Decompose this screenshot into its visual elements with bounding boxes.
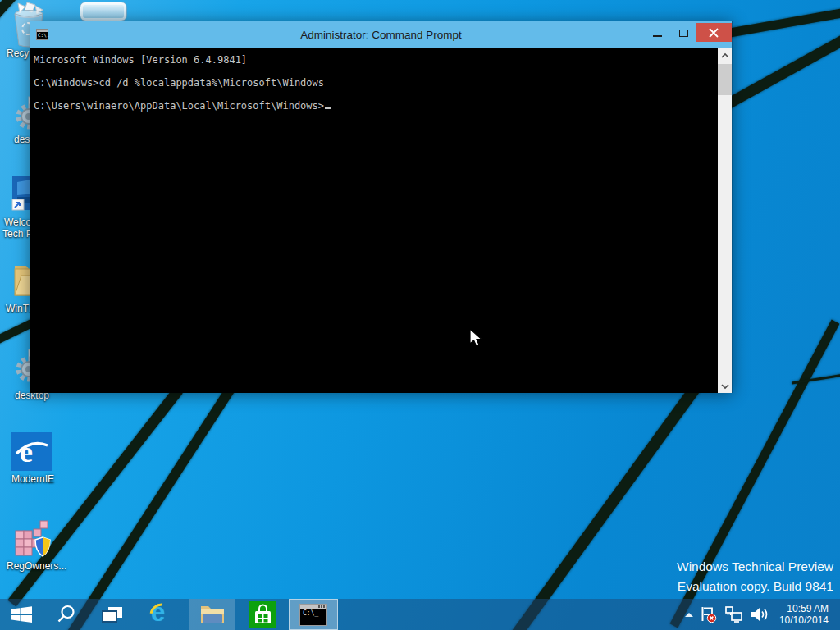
modern-ie-icon[interactable]: e xyxy=(11,432,52,474)
clock-date: 10/10/2014 xyxy=(779,614,829,626)
file-explorer-icon xyxy=(199,604,226,625)
taskbar-clock[interactable]: 10:59 AM 10/10/2014 xyxy=(779,603,829,626)
watermark-line1: Windows Technical Preview xyxy=(677,557,833,577)
console-line xyxy=(34,89,718,100)
taskbar: e C:\_ xyxy=(0,599,840,630)
minimize-button[interactable] xyxy=(645,21,669,44)
command-prompt-icon: C:\_ xyxy=(299,604,327,626)
task-view-icon xyxy=(102,606,123,623)
desktop-ini-label: des xyxy=(14,134,30,145)
internet-explorer-button[interactable]: e xyxy=(141,599,180,630)
scroll-down-arrow[interactable] xyxy=(718,379,732,393)
recycle-bin-label: Recy xyxy=(7,48,29,59)
svg-text:e: e xyxy=(20,436,33,468)
network-icon xyxy=(724,605,743,623)
clock-time: 10:59 AM xyxy=(779,603,829,614)
action-center-button[interactable] xyxy=(700,605,718,623)
window-titlebar[interactable]: C:\. Administrator: Command Prompt xyxy=(30,21,732,48)
start-button[interactable] xyxy=(3,599,39,630)
show-hidden-icons-button[interactable] xyxy=(685,613,693,617)
console-output[interactable]: Microsoft Windows [Version 6.4.9841] C:\… xyxy=(30,48,718,393)
search-icon xyxy=(57,605,76,624)
windows-logo-icon xyxy=(11,605,33,624)
task-view-button[interactable] xyxy=(94,599,131,630)
console-scrollbar[interactable] xyxy=(718,48,732,393)
file-explorer-button[interactable] xyxy=(189,599,235,630)
light-beam xyxy=(717,29,840,113)
volume-button[interactable] xyxy=(750,605,769,623)
hidden-desktop-icon[interactable] xyxy=(80,2,127,21)
console-line: C:\Windows>cd /d %localappdata%\Microsof… xyxy=(34,77,718,89)
scroll-up-arrow[interactable] xyxy=(718,48,732,62)
internet-explorer-icon: e xyxy=(148,601,174,628)
console-line xyxy=(34,66,718,77)
window-title: Administrator: Command Prompt xyxy=(30,29,732,41)
regowners-icon[interactable] xyxy=(11,519,54,564)
search-button[interactable] xyxy=(48,599,85,630)
welcome-label-line1: Welco xyxy=(4,217,31,228)
system-tray: 10:59 AM 10/10/2014 xyxy=(682,599,840,630)
watermark-line2: Evaluation copy. Build 9841 xyxy=(677,577,833,596)
network-button[interactable] xyxy=(724,605,743,623)
console-line: Microsoft Windows [Version 6.4.9841] xyxy=(34,54,718,66)
command-prompt-window: C:\. Administrator: Command Prompt Micro… xyxy=(30,21,733,393)
close-button[interactable] xyxy=(696,23,732,42)
chevron-up-icon xyxy=(685,613,693,617)
store-button[interactable] xyxy=(243,599,282,630)
mouse-pointer xyxy=(469,328,487,351)
console-prompt-line: C:\Users\winaero\AppData\Local\Microsoft… xyxy=(34,100,718,112)
store-icon xyxy=(249,601,276,628)
light-beam xyxy=(509,382,702,630)
maximize-button[interactable] xyxy=(671,21,696,44)
text-cursor xyxy=(325,107,331,109)
evaluation-watermark: Windows Technical Preview Evaluation cop… xyxy=(677,557,833,596)
scrollbar-thumb[interactable] xyxy=(718,64,732,95)
flag-alert-icon xyxy=(700,605,718,623)
welcome-label-line2: Tech P xyxy=(2,228,33,240)
command-prompt-taskbar-button[interactable]: C:\_ xyxy=(289,599,338,630)
cmd-window-icon[interactable]: C:\. xyxy=(36,29,48,40)
regowners-label: RegOwners... xyxy=(7,560,66,572)
close-icon xyxy=(709,28,719,38)
desktop[interactable]: Recy des Welco Tech P WinTh xyxy=(0,0,840,630)
speaker-icon xyxy=(750,605,769,623)
modern-ie-label: ModernIE xyxy=(11,473,54,485)
